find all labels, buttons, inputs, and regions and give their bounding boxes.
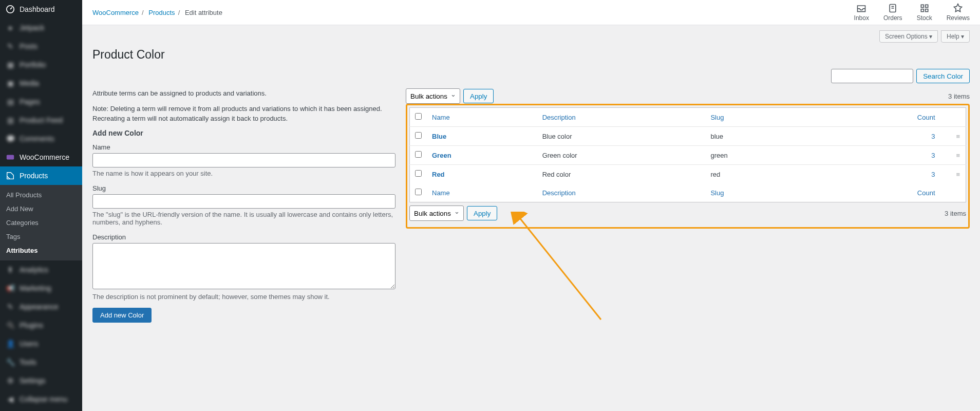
drag-handle-icon[interactable]: ≡ (951, 146, 966, 165)
sidebar-item-products[interactable]: Products (0, 166, 82, 185)
drag-handle-icon[interactable]: ≡ (951, 165, 966, 184)
sidebar-item-blur[interactable]: ▥Product Feed (0, 111, 82, 129)
orders-button[interactable]: Orders (883, 3, 902, 22)
select-all-top[interactable] (415, 113, 422, 120)
slug-label: Slug (92, 184, 395, 192)
sub-all-products[interactable]: All Products (0, 188, 82, 202)
sidebar-item-dashboard[interactable]: Dashboard (0, 0, 82, 18)
sidebar-label: Products (20, 172, 48, 180)
annotation-arrow (508, 212, 611, 325)
generic-icon: ⬆ (5, 265, 15, 275)
add-term-form: Attribute terms can be assigned to produ… (92, 88, 395, 323)
generic-icon: ▥ (5, 115, 15, 125)
slug-input[interactable] (92, 194, 395, 209)
inbox-button[interactable]: Inbox (854, 3, 869, 22)
sidebar-item-blur[interactable]: ✎Posts (0, 37, 82, 55)
bulk-actions-select-top[interactable]: Bulk actions (406, 88, 460, 104)
screen-options-button[interactable]: Screen Options ▾ (879, 30, 938, 43)
generic-icon: 💬 (5, 134, 15, 144)
term-slug: blue (705, 127, 807, 146)
sidebar-item-blur[interactable]: ▤Pages (0, 92, 82, 111)
generic-icon: ✎ (5, 41, 15, 51)
sidebar-item-blur[interactable]: 👤Users (0, 334, 82, 353)
terms-list: Bulk actions Apply 3 items Name (406, 88, 970, 323)
products-submenu: All Products Add New Categories Tags Att… (0, 185, 82, 260)
term-name-link[interactable]: Red (432, 171, 445, 178)
term-description: Green color (537, 146, 706, 165)
drag-handle-icon[interactable]: ≡ (951, 127, 966, 146)
term-name-link[interactable]: Green (432, 152, 451, 159)
col-name[interactable]: Name (432, 114, 450, 121)
sub-add-new[interactable]: Add New (0, 202, 82, 216)
search-button[interactable]: Search Color (916, 69, 970, 83)
svg-rect-6 (925, 9, 928, 12)
svg-rect-4 (925, 5, 928, 7)
sub-attributes[interactable]: Attributes (0, 244, 82, 257)
page-title: Product Color (92, 48, 970, 62)
col-count[interactable]: Count (917, 189, 935, 197)
sub-categories[interactable]: Categories (0, 216, 82, 230)
sidebar-item-blur[interactable]: 📢Marketing (0, 279, 82, 297)
woocommerce-icon (5, 152, 15, 162)
term-count-link[interactable]: 3 (931, 152, 935, 159)
items-count-top: 3 items (948, 92, 970, 100)
term-count-link[interactable]: 3 (931, 133, 935, 140)
breadcrumb-woocommerce[interactable]: WooCommerce (92, 9, 139, 16)
term-slug: red (705, 165, 807, 184)
col-slug[interactable]: Slug (710, 189, 724, 197)
help-button[interactable]: Help ▾ (941, 30, 970, 43)
name-label: Name (92, 143, 395, 151)
svg-line-7 (519, 217, 601, 320)
stock-button[interactable]: Stock (917, 3, 932, 22)
sidebar-item-blur[interactable]: ▦Portfolio (0, 55, 82, 74)
sidebar-item-blur[interactable]: 🔧Tools (0, 353, 82, 371)
sidebar-item-blur[interactable]: ●Jetpack (0, 18, 82, 37)
add-new-color-button[interactable]: Add new Color (92, 308, 152, 323)
generic-icon: ✎ (5, 302, 15, 312)
description-input[interactable] (92, 243, 395, 289)
term-count-link[interactable]: 3 (931, 171, 935, 178)
description-label: Description (92, 233, 395, 241)
term-name-link[interactable]: Blue (432, 133, 446, 140)
sidebar-item-blur[interactable]: ▣Media (0, 74, 82, 92)
breadcrumb-current: Edit attribute (185, 9, 222, 16)
sidebar-label: WooCommerce (20, 153, 69, 161)
term-slug: green (705, 146, 807, 165)
name-input[interactable] (92, 153, 395, 167)
collapse-icon: ◀ (5, 394, 15, 404)
row-checkbox[interactable] (415, 151, 422, 158)
top-bar: WooCommerce/ Products/ Edit attribute In… (82, 0, 980, 25)
col-slug[interactable]: Slug (710, 114, 724, 121)
slug-help: The "slug" is the URL-friendly version o… (92, 211, 395, 226)
col-description[interactable]: Description (542, 189, 576, 197)
sidebar-item-blur[interactable]: 💬Comments (0, 129, 82, 148)
reviews-button[interactable]: Reviews (947, 3, 970, 22)
row-checkbox[interactable] (415, 132, 422, 139)
breadcrumb: WooCommerce/ Products/ Edit attribute (92, 9, 222, 16)
breadcrumb-products[interactable]: Products (148, 9, 175, 16)
highlighted-table-area: Name Description Slug Count BlueBlue col… (406, 104, 970, 229)
col-name[interactable]: Name (432, 189, 450, 197)
select-all-bottom[interactable] (415, 189, 422, 195)
col-count[interactable]: Count (917, 114, 935, 121)
row-checkbox[interactable] (415, 170, 422, 177)
bulk-actions-select-bottom[interactable]: Bulk actions (409, 206, 464, 221)
sidebar-item-woocommerce[interactable]: WooCommerce (0, 148, 82, 166)
generic-icon: 🔧 (5, 357, 15, 367)
sidebar-item-blur[interactable]: ⬆Analytics (0, 260, 82, 279)
sidebar-item-blur[interactable]: 🔌Plugins (0, 316, 82, 334)
sidebar-label: Dashboard (20, 5, 55, 13)
description-help: The description is not prominent by defa… (92, 293, 395, 301)
apply-button-top[interactable]: Apply (463, 89, 494, 103)
col-description[interactable]: Description (542, 114, 576, 121)
search-input[interactable] (831, 69, 913, 83)
sidebar-item-blur[interactable]: ✎Appearance (0, 297, 82, 316)
inbox-icon (856, 3, 866, 13)
sub-tags[interactable]: Tags (0, 230, 82, 244)
sidebar-item-collapse[interactable]: ◀Collapse menu (0, 390, 82, 408)
apply-button-bottom[interactable]: Apply (467, 206, 497, 220)
reviews-icon (953, 3, 963, 13)
sidebar-item-blur[interactable]: ⚙Settings (0, 371, 82, 390)
admin-sidebar: Dashboard ●Jetpack ✎Posts ▦Portfolio ▣Me… (0, 0, 82, 411)
activity-panel: Inbox Orders Stock Reviews (854, 3, 970, 22)
